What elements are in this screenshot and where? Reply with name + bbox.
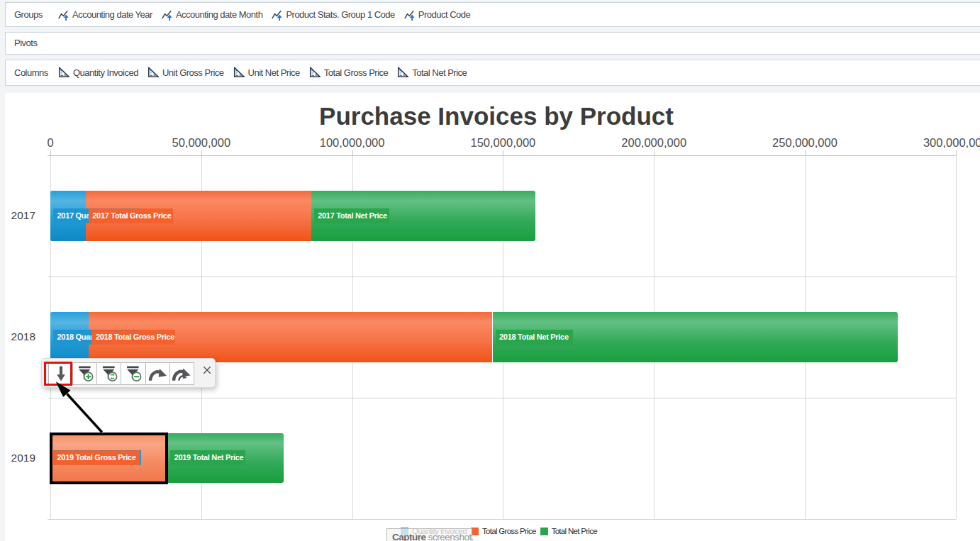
x-axis-tick [956,150,957,155]
close-icon[interactable] [199,363,215,377]
trend-line-up-arrow-icon [162,9,173,21]
x-axis-tick-label: 0 [47,136,53,150]
x-axis-tick-label: 150,000,000 [471,136,536,150]
row-separator-line [48,277,956,277]
groups-field-chip[interactable]: Accounting date Year [58,9,152,21]
hidden-label-edge [91,330,141,330]
pivots-row-label: Pivots [14,38,58,48]
remove-filter-button[interactable] [121,362,145,385]
bar-label: 2018 Total Net Price [496,330,573,345]
filter-remove-icon [125,365,142,382]
set-square-ruler-icon [309,67,321,78]
capture-screenshot-tooltip: Capture screenshot. [386,528,472,541]
pivots-field-row: Pivots [5,32,980,55]
annotation-highlight-box [44,362,73,386]
filter-reset-icon [101,365,118,382]
legend-item[interactable]: Total Net Price [540,527,597,535]
groups-row-label: Groups [14,9,58,20]
y-axis-category-label: 2018 [5,330,35,343]
columns-field-chip-label: Unit Gross Price [162,67,224,78]
bar-label: 2019 Total Net Price [170,450,245,465]
x-axis-tick [503,150,503,155]
capture-tooltip-rest: screenshot. [426,532,474,541]
groups-field-chip-label: Product Stats. Group 1 Code [286,9,394,20]
curved-arrow-multi-icon [172,366,191,381]
add-filter-button[interactable] [72,362,97,385]
trend-line-up-arrow-icon [58,9,69,21]
groups-field-chip[interactable]: Accounting date Month [162,9,262,21]
x-axis-tick [352,150,353,155]
groups-field-chip-label: Accounting date Year [72,9,152,20]
x-axis-tick-label: 250,000,000 [772,136,837,150]
x-axis-tick [654,150,655,155]
row-separator-line [48,519,956,520]
trend-line-up-arrow-icon [272,9,283,21]
columns-field-chip-label: Total Gross Price [324,67,388,78]
set-square-ruler-icon [233,67,245,78]
trend-line-up-arrow-icon [404,9,416,21]
chart-panel: Purchase Invoices by Product 050,000,000… [5,93,980,541]
y-axis-category-label: 2019 [5,452,35,464]
columns-field-chip[interactable]: Unit Gross Price [147,67,224,78]
legend-label: Total Net Price [552,527,597,535]
set-square-ruler-icon [397,67,409,78]
x-axis-tick-label: 100,000,000 [320,136,385,150]
hidden-label-edge [89,208,140,209]
columns-row-label: Columns [14,67,58,78]
reset-filter-button[interactable] [96,362,121,385]
groups-field-chip-label: Product Code [418,9,471,20]
legend-swatch [540,528,548,535]
x-axis-tick [201,150,202,155]
bar-label: 2017 Total Net Price [314,208,389,223]
x-axis-tick [805,150,806,155]
columns-field-chip-label: Total Net Price [412,67,467,78]
x-axis-tick-label: 50,000,000 [172,136,231,150]
set-square-ruler-icon [147,67,160,78]
legend-item[interactable]: Total Gross Price [471,527,536,535]
x-axis-line [48,155,956,156]
bar-label: 2017 Total Gross Price [89,208,173,223]
y-axis-category-label: 2017 [5,209,35,222]
capture-tooltip-bold: Capture [392,532,426,541]
row-separator-line [48,398,956,398]
columns-field-row: Columns Quantity Invoiced Unit Gross Pri… [5,60,980,86]
chart-title: Purchase Invoices by Product [43,102,950,130]
set-square-ruler-icon [58,67,70,78]
x-axis-tick-label: 300,000,000 [923,136,980,150]
legend-label: Total Gross Price [482,527,536,535]
groups-field-chip[interactable]: Product Code [404,9,471,21]
columns-field-chip[interactable]: Unit Net Price [233,67,300,78]
columns-field-chip[interactable]: Quantity Invoiced [58,67,138,78]
bar-label: 2018 Total Gross Price [91,330,175,345]
x-axis-tick-label: 200,000,000 [621,136,686,150]
app-root: Groups Accounting date Year Accounting d… [0,0,980,541]
columns-field-chip[interactable]: Total Net Price [397,67,467,78]
columns-field-chip[interactable]: Total Gross Price [309,67,388,78]
columns-field-chip-label: Unit Net Price [248,67,300,78]
x-axis-tick [50,150,51,155]
filter-add-icon [77,365,94,382]
groups-field-chip[interactable]: Product Stats. Group 1 Code [272,9,394,21]
skip-forward-button[interactable] [145,362,170,385]
columns-field-chip-label: Quantity Invoiced [73,67,138,78]
selected-bar-outline [50,433,168,485]
groups-field-row: Groups Accounting date Year Accounting d… [5,2,980,27]
skip-forward-all-button[interactable] [169,362,194,385]
gridline-vertical [956,155,957,519]
curved-arrow-icon [148,367,167,381]
groups-field-chip-label: Accounting date Month [176,9,262,20]
